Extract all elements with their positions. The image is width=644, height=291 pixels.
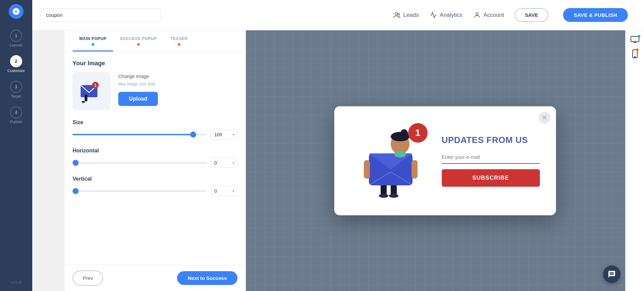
- sidebar-logo[interactable]: [9, 4, 24, 19]
- sidebar: 1 Layouts 2 Customize 3 Target 4 Publish…: [0, 0, 32, 291]
- svg-point-7: [82, 101, 85, 103]
- size-slider-row: 100 ▼: [73, 130, 238, 140]
- svg-point-26: [634, 57, 635, 57]
- svg-point-2: [476, 12, 478, 15]
- image-preview-svg: 1: [78, 78, 105, 105]
- left-panel: MAIN POPUP SUCCESS POPUP TEASER Your Ima…: [65, 30, 246, 291]
- sidebar-version: v1.3.38: [11, 281, 22, 287]
- horizontal-value: 0: [211, 158, 229, 168]
- tabs: MAIN POPUP SUCCESS POPUP TEASER: [65, 30, 246, 52]
- tab-teaser-label: TEASER: [170, 36, 188, 41]
- popup-right: UPDATES FROM US SUBSCRIBE: [442, 135, 540, 187]
- step-circle-2: 2: [10, 55, 22, 67]
- image-info: Change Image Max image size 3mb Upload: [118, 72, 158, 106]
- vertical-section: Vertical 0 ▼: [73, 176, 238, 196]
- tab-main-popup[interactable]: MAIN POPUP: [73, 30, 113, 51]
- save-button[interactable]: SAVE: [515, 8, 548, 22]
- popup-email-input[interactable]: [442, 151, 540, 164]
- right-toolbar: [625, 30, 644, 291]
- size-slider-track[interactable]: [73, 134, 207, 135]
- svg-point-1: [397, 13, 399, 15]
- svg-point-10: [379, 194, 388, 198]
- size-value: 100: [211, 130, 229, 139]
- tab-teaser-dot: [178, 43, 180, 46]
- svg-rect-19: [364, 160, 370, 179]
- your-image-title: Your Image: [73, 60, 238, 67]
- size-slider-input: 100 ▼: [211, 130, 238, 140]
- leads-icon: [393, 11, 401, 19]
- tab-teaser[interactable]: TEASER: [164, 30, 195, 51]
- popup-badge: 1: [408, 123, 428, 143]
- prev-button[interactable]: Prev: [73, 270, 103, 286]
- panel-footer: Prev Next to Success: [65, 265, 246, 291]
- chat-icon: [608, 270, 616, 278]
- tab-main-popup-dot: [92, 43, 94, 46]
- mobile-tool-dot: [636, 48, 639, 51]
- image-preview: 1: [73, 72, 110, 110]
- save-publish-button[interactable]: SAVE & PUBLISH: [563, 8, 628, 22]
- sidebar-step-layouts[interactable]: 1 Layouts: [0, 26, 32, 51]
- nav-leads[interactable]: Leads: [393, 11, 419, 19]
- desktop-view-tool[interactable]: [630, 36, 640, 44]
- step-label-customize: Customize: [7, 69, 25, 73]
- nav-account[interactable]: Account: [473, 11, 504, 19]
- size-title: Size: [73, 119, 238, 125]
- horizontal-slider-input: 0 ▼: [211, 158, 238, 168]
- svg-point-18: [400, 129, 408, 140]
- main-content: MAIN POPUP SUCCESS POPUP TEASER Your Ima…: [65, 30, 644, 291]
- step-circle-4: 4: [10, 106, 22, 118]
- vertical-slider-track[interactable]: [73, 190, 207, 192]
- sidebar-step-customize[interactable]: 2 Customize: [0, 51, 32, 77]
- svg-rect-6: [85, 95, 87, 101]
- vertical-slider-input: 0 ▼: [211, 186, 238, 196]
- step-label-layouts: Layouts: [10, 43, 23, 47]
- tab-main-popup-label: MAIN POPUP: [79, 36, 106, 41]
- horizontal-slider-track[interactable]: [73, 162, 207, 163]
- vertical-arrow[interactable]: ▼: [229, 189, 237, 193]
- leads-label: Leads: [403, 12, 419, 19]
- max-size-label: Max image size 3mb: [118, 82, 158, 86]
- step-label-target: Target: [11, 94, 22, 98]
- analytics-label: Analytics: [440, 12, 463, 19]
- popup-subscribe-button[interactable]: SUBSCRIBE: [442, 169, 540, 187]
- image-section: 1 Change Image Max image size 3mb Upload: [73, 72, 238, 110]
- tab-success-popup-label: SUCCESS POPUP: [120, 36, 157, 41]
- step-circle-3: 3: [10, 81, 22, 93]
- next-button[interactable]: Next to Success: [177, 271, 238, 285]
- popup-title: UPDATES FROM US: [442, 135, 540, 145]
- vertical-slider-thumb[interactable]: [73, 188, 79, 194]
- popup-modal: ✕: [334, 106, 556, 215]
- mobile-view-tool[interactable]: [632, 49, 638, 59]
- svg-text:1: 1: [94, 83, 97, 88]
- svg-point-0: [395, 12, 397, 14]
- svg-point-21: [394, 151, 406, 157]
- nav-analytics[interactable]: Analytics: [430, 11, 463, 19]
- analytics-icon: [430, 11, 437, 19]
- horizontal-slider-thumb[interactable]: [73, 160, 79, 166]
- size-slider-thumb[interactable]: [190, 132, 196, 138]
- popup-close-button[interactable]: ✕: [539, 112, 551, 124]
- account-icon: [473, 11, 481, 19]
- account-label: Account: [483, 12, 504, 19]
- size-slider-fill: [73, 134, 193, 135]
- sidebar-step-target[interactable]: 3 Target: [0, 77, 32, 102]
- panel-content: Your Image 1 Change Image Max image: [65, 52, 246, 265]
- svg-point-11: [389, 194, 398, 198]
- sidebar-step-publish[interactable]: 4 Publish: [0, 102, 32, 128]
- size-section: Size 100 ▼: [73, 119, 238, 140]
- search-input[interactable]: [40, 8, 161, 22]
- horizontal-arrow[interactable]: ▼: [229, 161, 237, 165]
- vertical-slider-row: 0 ▼: [73, 186, 238, 196]
- topbar-nav: Leads Analytics Account SAVE SAVE & PUBL…: [393, 8, 628, 22]
- tab-success-popup-dot: [137, 43, 140, 46]
- tab-success-popup[interactable]: SUCCESS POPUP: [113, 30, 164, 51]
- change-image-label: Change Image: [118, 74, 158, 79]
- canvas-area: ✕: [246, 30, 644, 291]
- upload-button[interactable]: Upload: [118, 92, 158, 106]
- popup-image-wrapper: 1: [350, 120, 431, 202]
- step-circle-1: 1: [10, 30, 22, 42]
- size-arrow[interactable]: ▼: [229, 133, 237, 137]
- desktop-tool-dot: [638, 35, 640, 38]
- vertical-title: Vertical: [73, 176, 238, 182]
- chat-button[interactable]: [603, 265, 620, 283]
